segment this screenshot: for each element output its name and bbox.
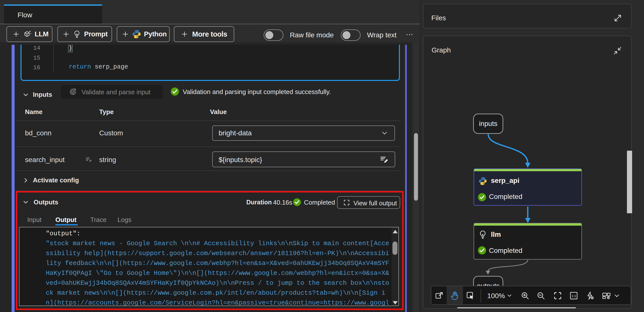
svg-text:1:1: 1:1 (572, 294, 576, 298)
